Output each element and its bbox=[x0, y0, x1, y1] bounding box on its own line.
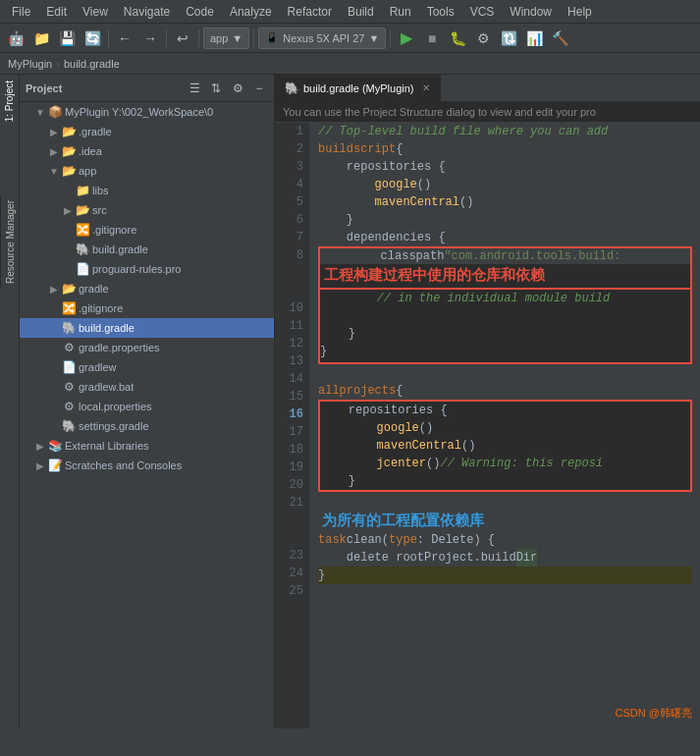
save-btn[interactable]: 💾 bbox=[55, 27, 79, 50]
menu-tools[interactable]: Tools bbox=[419, 3, 462, 21]
toolbar: 🤖 📁 💾 🔄 ← → ↩ app ▼ 📱 Nexus 5X API 27 ▼ … bbox=[0, 24, 700, 53]
code-line-10: // in the individual module build bbox=[320, 290, 690, 307]
label-libs: libs bbox=[92, 185, 109, 196]
tree-item-idea[interactable]: ▶ 📂 .idea bbox=[20, 141, 274, 161]
label-app: app bbox=[79, 165, 96, 177]
menu-file[interactable]: File bbox=[4, 3, 38, 21]
code-line-19: jcenter () // Warning: this reposi bbox=[320, 455, 690, 472]
code-line-23: task clean( type : Delete) { bbox=[318, 531, 692, 549]
tree-item-gitignore-root[interactable]: 🔀 .gitignore bbox=[20, 298, 274, 318]
menu-view[interactable]: View bbox=[75, 3, 116, 21]
back-btn[interactable]: ← bbox=[113, 27, 136, 50]
breadcrumb: MyPlugin › build.gradle bbox=[0, 53, 700, 75]
label-src: src bbox=[92, 204, 107, 216]
menu-window[interactable]: Window bbox=[502, 3, 560, 21]
resource-manager-tab[interactable]: Resource Manager bbox=[0, 196, 18, 288]
watermark: CSDN @韩曙亮 bbox=[616, 706, 692, 721]
tree-item-local-props[interactable]: ⚙ local.properties bbox=[20, 397, 274, 416]
close-panel-btn[interactable]: − bbox=[250, 80, 268, 97]
tree-item-gradle-root[interactable]: ▶ 📂 gradle bbox=[20, 279, 274, 298]
label-gitignore-app: .gitignore bbox=[92, 224, 136, 236]
label-proguard: proguard-rules.pro bbox=[92, 263, 182, 275]
undo-btn[interactable]: ↩ bbox=[171, 27, 194, 50]
annotation-text-2: 为所有的工程配置依赖库 bbox=[322, 512, 688, 529]
folder-icon-idea: 📂 bbox=[61, 144, 77, 158]
info-bar: You can use the Project Structure dialog… bbox=[275, 102, 700, 123]
tree-item-app[interactable]: ▼ 📂 app bbox=[20, 161, 274, 181]
tree-item-build-gradle-root[interactable]: 🐘 build.gradle bbox=[20, 318, 274, 338]
tree-item-settings-gradle[interactable]: 🐘 settings.gradle bbox=[20, 416, 274, 436]
menu-analyze[interactable]: Analyze bbox=[222, 3, 280, 21]
tree-item-gradlew-bat[interactable]: ⚙ gradlew.bat bbox=[20, 377, 274, 397]
menu-vcs[interactable]: VCS bbox=[462, 3, 503, 21]
folder-icon-gradle-root: 📂 bbox=[61, 282, 77, 296]
profile-btn[interactable]: 📊 bbox=[522, 27, 546, 50]
editor-tab-build-gradle[interactable]: 🐘 build.gradle (MyPlugin) ✕ bbox=[275, 75, 441, 101]
folder-icon-libs: 📁 bbox=[75, 184, 90, 197]
sync-btn[interactable]: 🔄 bbox=[81, 27, 104, 50]
menu-refactor[interactable]: Refactor bbox=[280, 3, 340, 21]
tree-item-gradle-dir[interactable]: ▶ 📂 .gradle bbox=[20, 122, 274, 141]
refresh-btn[interactable]: 🔃 bbox=[497, 27, 520, 50]
project-side-tab[interactable]: 1: Project bbox=[0, 75, 20, 729]
label-local-props: local.properties bbox=[79, 401, 152, 412]
breadcrumb-file[interactable]: build.gradle bbox=[64, 58, 120, 70]
tree-item-external-libs[interactable]: ▶ 📚 External Libraries bbox=[20, 436, 274, 456]
forward-btn[interactable]: → bbox=[138, 27, 162, 50]
project-tab-label[interactable]: 1: Project bbox=[2, 75, 17, 128]
nexus-selector[interactable]: 📱 Nexus 5X API 27 ▼ bbox=[258, 27, 386, 49]
tree-item-src[interactable]: ▶ 📂 src bbox=[20, 200, 274, 220]
label-external-libs: External Libraries bbox=[65, 440, 149, 452]
tab-close-btn[interactable]: ✕ bbox=[422, 82, 430, 93]
toolbar-sep-2 bbox=[166, 29, 167, 47]
code-line-1: // Top-level build file where you can ad… bbox=[318, 123, 692, 140]
sort-btn[interactable]: ⇅ bbox=[207, 80, 225, 97]
device-selector[interactable]: app ▼ bbox=[203, 27, 249, 49]
toolbar-sep-5 bbox=[390, 29, 391, 47]
code-line-18: mavenCentral () bbox=[320, 437, 690, 455]
file-tree-panel: Project ☰ ⇅ ⚙ − ▼ 📦 MyPlugin Y:\002_Work… bbox=[20, 75, 275, 729]
tree-item-gradlew[interactable]: 📄 gradlew bbox=[20, 357, 274, 377]
label-settings-gradle: settings.gradle bbox=[79, 420, 149, 432]
android-icon: 🤖 bbox=[4, 27, 27, 50]
toolbar-sep-4 bbox=[253, 29, 254, 47]
tree-item-gitignore-app[interactable]: 🔀 .gitignore bbox=[20, 220, 274, 240]
stop-btn[interactable]: ■ bbox=[420, 27, 444, 50]
arrow-idea: ▶ bbox=[47, 146, 61, 157]
code-line-24: delete rootProject.build Dir bbox=[318, 549, 692, 567]
folder-icon-src: 📂 bbox=[75, 203, 90, 217]
code-area[interactable]: 1 2 3 4 5 6 7 8 10 11 12 13 14 15 16 17 … bbox=[275, 123, 700, 729]
menu-edit[interactable]: Edit bbox=[38, 3, 75, 21]
tree-item-build-gradle-app[interactable]: 🐘 build.gradle bbox=[20, 240, 274, 259]
code-line-8-container: classpath "com.android.tools.build: 工程构建… bbox=[318, 246, 692, 290]
menu-navigate[interactable]: Navigate bbox=[116, 3, 178, 21]
label-gitignore-root: .gitignore bbox=[79, 302, 123, 314]
add-btn[interactable]: ☰ bbox=[186, 80, 203, 97]
tree-item-libs[interactable]: 📁 libs bbox=[20, 181, 274, 200]
code-line-3: repositories { bbox=[318, 158, 692, 176]
build-btn[interactable]: 🔨 bbox=[548, 27, 571, 50]
annotation-box-1: 工程构建过程中使用的仓库和依赖 bbox=[318, 264, 692, 290]
tree-item-myplugin[interactable]: ▼ 📦 MyPlugin Y:\002_WorkSpace\0 bbox=[20, 102, 274, 122]
folder-icon-app: 📂 bbox=[61, 164, 77, 178]
settings-panel-btn[interactable]: ⚙ bbox=[229, 80, 246, 97]
code-content[interactable]: // Top-level build file where you can ad… bbox=[310, 123, 700, 729]
settings-gradle-icon: 🐘 bbox=[61, 419, 77, 433]
menu-run[interactable]: Run bbox=[382, 3, 419, 21]
menu-help[interactable]: Help bbox=[560, 3, 600, 21]
menu-code[interactable]: Code bbox=[178, 3, 222, 21]
arrow-src: ▶ bbox=[61, 205, 75, 216]
code-line-8: classpath "com.android.tools.build: bbox=[318, 246, 692, 264]
breadcrumb-project[interactable]: MyPlugin bbox=[8, 58, 52, 70]
tree-item-proguard[interactable]: 📄 proguard-rules.pro bbox=[20, 259, 274, 279]
panel-title: Project bbox=[26, 82, 62, 94]
code-line-21 bbox=[318, 492, 692, 510]
settings-btn[interactable]: ⚙ bbox=[471, 27, 495, 50]
menu-build[interactable]: Build bbox=[340, 3, 382, 21]
tree-item-scratches[interactable]: ▶ 📝 Scratches and Consoles bbox=[20, 456, 274, 475]
run-btn[interactable]: ▶ bbox=[395, 27, 418, 50]
editor-outer: 🐘 build.gradle (MyPlugin) ✕ You can use … bbox=[275, 75, 700, 729]
tree-item-gradle-props[interactable]: ⚙ gradle.properties bbox=[20, 338, 274, 357]
debug-btn[interactable]: 🐛 bbox=[446, 27, 469, 50]
open-file-btn[interactable]: 📁 bbox=[29, 27, 53, 50]
